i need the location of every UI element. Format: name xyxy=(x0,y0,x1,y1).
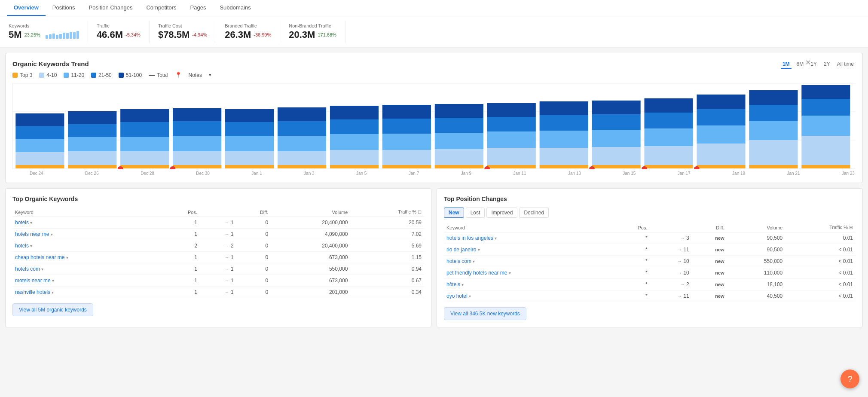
keyword-link[interactable]: hotels near me xyxy=(15,231,49,237)
table-row: hotels near me ▾ 1 → 1 0 4,090,000 7.02 xyxy=(12,229,424,240)
svg-rect-79 xyxy=(801,165,850,168)
svg-rect-82 xyxy=(801,99,850,116)
svg-rect-56 xyxy=(540,131,588,148)
svg-rect-69 xyxy=(697,165,745,168)
time-btn-1m[interactable]: 1M xyxy=(781,60,792,69)
position-changes-tabs: New Lost Improved Declined xyxy=(444,208,856,218)
col-diff: Diff. xyxy=(236,208,271,217)
pc-keyword-link[interactable]: oyo hotel xyxy=(446,293,468,299)
tab-overview[interactable]: Overview xyxy=(7,0,46,16)
chart-svg xyxy=(13,83,856,169)
svg-rect-14 xyxy=(120,165,169,168)
svg-rect-83 xyxy=(801,85,850,99)
pc-keyword-link[interactable]: pet friendly hotels near me xyxy=(446,270,507,276)
table-row: rio de janeiro ▾ * → 11 new 90,500 < 0.0… xyxy=(444,244,856,256)
bottom-panels: Top Organic Keywords Keyword Pos. Diff. … xyxy=(5,188,863,327)
keyword-link[interactable]: hotels xyxy=(15,220,29,226)
pc-keyword-link[interactable]: hotels com xyxy=(446,258,471,264)
svg-rect-4 xyxy=(15,165,64,168)
svg-rect-64 xyxy=(644,165,693,168)
svg-rect-34 xyxy=(330,165,379,168)
view-all-organic-btn[interactable]: View all 5M organic keywords xyxy=(12,303,93,316)
tab-new[interactable]: New xyxy=(444,208,464,218)
notes-label[interactable]: Notes xyxy=(189,72,202,78)
svg-rect-54 xyxy=(540,165,588,168)
svg-rect-17 xyxy=(120,122,169,137)
stat-nonbranded-traffic: Non-Branded Traffic 20.3M 171.68% xyxy=(280,21,345,43)
keyword-link[interactable]: cheap hotels near me xyxy=(15,254,64,260)
svg-rect-23 xyxy=(173,108,221,121)
svg-rect-81 xyxy=(801,116,850,136)
bar-groups xyxy=(15,85,850,169)
svg-rect-26 xyxy=(225,136,274,151)
keyword-link[interactable]: motels near me xyxy=(15,278,51,284)
chart-bars-area xyxy=(12,83,856,169)
svg-rect-47 xyxy=(435,118,483,133)
svg-rect-24 xyxy=(225,165,274,168)
view-all-new-keywords-btn[interactable]: View all 346.5K new keywords xyxy=(444,307,526,320)
table-row: oyo hotel ▾ * → 11 new 40,500 < 0.01 xyxy=(444,290,856,302)
pc-traffic-filter-icon[interactable]: ⊟ xyxy=(849,225,853,230)
svg-rect-53 xyxy=(487,103,536,117)
svg-rect-12 xyxy=(68,124,116,137)
pc-keyword-link[interactable]: hôtels xyxy=(446,281,460,287)
svg-rect-49 xyxy=(487,165,536,168)
keyword-link[interactable]: hotels xyxy=(15,243,29,249)
legend-total: Total xyxy=(149,72,168,78)
svg-rect-40 xyxy=(382,150,431,165)
svg-rect-19 xyxy=(173,165,221,168)
keyword-link[interactable]: nashville hotels xyxy=(15,289,50,295)
tab-competitors[interactable]: Competitors xyxy=(139,0,183,16)
svg-rect-32 xyxy=(278,121,326,136)
svg-rect-29 xyxy=(278,165,326,168)
chart-close-button[interactable]: ✕ xyxy=(805,58,811,67)
table-row: hotels com ▾ * → 10 new 550,000 < 0.01 xyxy=(444,256,856,267)
table-row: hotels com ▾ 1 → 1 0 550,000 0.94 xyxy=(12,263,424,275)
svg-rect-11 xyxy=(68,137,116,151)
time-btn-alltime[interactable]: All time xyxy=(835,60,856,69)
svg-rect-51 xyxy=(487,131,536,148)
time-btn-6m[interactable]: 6M xyxy=(795,60,806,69)
position-changes-title: Top Position Changes xyxy=(444,195,856,202)
tab-improved[interactable]: Improved xyxy=(486,208,517,218)
legend-51-100: 51-100 xyxy=(119,72,142,78)
tab-subdomains[interactable]: Subdomains xyxy=(213,0,257,16)
svg-rect-21 xyxy=(173,136,221,151)
pc-keyword-link[interactable]: rio de janeiro xyxy=(446,247,476,253)
svg-rect-22 xyxy=(173,121,221,136)
position-changes-table: Keyword Pos. Diff. Volume Traffic % ⊟ ho… xyxy=(444,223,856,302)
svg-rect-76 xyxy=(749,121,798,140)
table-row: hôtels ▾ * → 2 new 18,100 < 0.01 xyxy=(444,279,856,290)
chart-title: Organic Keywords Trend xyxy=(12,60,856,67)
tab-lost[interactable]: Lost xyxy=(466,208,485,218)
svg-rect-50 xyxy=(487,148,536,165)
time-btn-2y[interactable]: 2Y xyxy=(822,60,832,69)
tab-declined[interactable]: Declined xyxy=(519,208,549,218)
svg-rect-65 xyxy=(644,146,693,165)
svg-rect-55 xyxy=(540,148,588,165)
tab-position-changes[interactable]: Position Changes xyxy=(82,0,140,16)
svg-rect-9 xyxy=(68,165,116,168)
svg-rect-70 xyxy=(697,144,745,165)
svg-rect-37 xyxy=(330,119,379,134)
svg-rect-52 xyxy=(487,117,536,131)
col-traffic: Traffic % ⊟ xyxy=(350,208,424,217)
col-pos: Pos. xyxy=(162,208,200,217)
tab-positions[interactable]: Positions xyxy=(46,0,82,16)
table-row: cheap hotels near me ▾ 1 → 1 0 673,000 1… xyxy=(12,252,424,263)
pc-keyword-link[interactable]: hotels in los angeles xyxy=(446,235,493,241)
traffic-filter-icon[interactable]: ⊟ xyxy=(418,209,422,214)
notes-icon[interactable]: 📍 xyxy=(175,72,182,78)
pc-col-diff: Diff. xyxy=(692,223,727,232)
legend-21-50: 21-50 xyxy=(91,72,112,78)
pc-col-pos: Pos. xyxy=(614,223,650,232)
svg-rect-39 xyxy=(382,165,431,168)
keyword-link[interactable]: hotels com xyxy=(15,266,40,272)
svg-rect-62 xyxy=(592,114,641,130)
svg-rect-67 xyxy=(644,113,693,128)
tab-pages[interactable]: Pages xyxy=(183,0,213,16)
svg-rect-43 xyxy=(382,105,431,119)
svg-rect-42 xyxy=(382,119,431,134)
organic-panel-title: Top Organic Keywords xyxy=(12,195,424,202)
stats-bar: Keywords 5M 23.25% Traffic 46.6M -5.34% xyxy=(0,16,868,48)
